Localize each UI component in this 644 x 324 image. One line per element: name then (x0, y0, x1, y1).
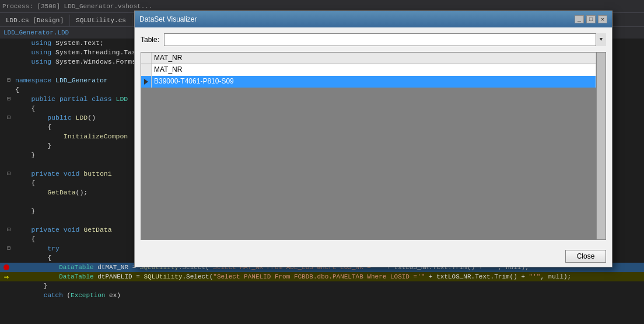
code-line: ⊟ private void GetData (0, 225, 137, 235)
code-line: ⊟ private void button1 (0, 169, 137, 179)
code-line: using System.Windows.Forms; (0, 57, 137, 67)
breadcrumb-item: LDD_Generator.LDD (4, 29, 69, 36)
code-line (0, 216, 137, 225)
highlighted-code-line-2: ⇒ DataTable dtPANELID = SQLUtility.Selec… (0, 272, 644, 281)
table-row-selected[interactable]: B39000-T4061-P810-S09 (141, 76, 596, 88)
table-empty-area (141, 88, 596, 239)
code-line: ⊟ namespace LDD_Generator (0, 76, 137, 85)
table-scrollbar[interactable] (596, 53, 606, 239)
table-area: MAT_NR MAT_NR B39000-T4061-P810-S09 (141, 52, 606, 240)
code-line (0, 160, 137, 169)
table-cell-mat-nr: MAT_NR (152, 64, 596, 76)
table-content: MAT_NR MAT_NR B39000-T4061-P810-S09 (141, 53, 596, 239)
code-line: } (0, 151, 137, 160)
code-line: } (0, 207, 137, 216)
table-header-row: MAT_NR (141, 53, 596, 64)
arrow-indicator: ⇒ (0, 272, 13, 282)
table-label: Table: (141, 36, 159, 44)
close-dialog-button[interactable]: ✕ (598, 15, 607, 23)
minimize-button[interactable]: _ (575, 15, 584, 23)
code-line: using System.Threading.Tasks; (0, 48, 137, 57)
header-selector (141, 53, 152, 64)
code-line: { (0, 253, 137, 263)
code-line: { (0, 235, 137, 244)
code-line: } (0, 141, 137, 151)
code-line: { (0, 123, 137, 132)
code-line: GetData (); (0, 188, 137, 197)
dialog-content: Table: ▼ MAT_NR (135, 27, 612, 246)
code-line: } (0, 281, 644, 291)
code-text: DataTable dtPANELID = SQLUtility.Select(… (13, 273, 571, 280)
code-line: ⊟ try (0, 244, 137, 253)
code-line: InitializeCompon (0, 132, 137, 141)
code-line: { (0, 104, 137, 113)
code-line (0, 67, 137, 76)
restore-button[interactable]: □ (586, 15, 596, 23)
code-line-catch: catch (Exception ex) (0, 291, 644, 300)
tab-ldd-design[interactable]: LDD.cs [Design] (0, 15, 70, 26)
table-selector-row: Table: ▼ (141, 33, 606, 46)
code-line: ⊟ public partial class LDD (0, 95, 137, 104)
code-line: { (0, 179, 137, 188)
code-line: ⊟ public LDD () (0, 113, 137, 123)
column-header-mat-nr: MAT_NR (152, 53, 596, 64)
dialog-titlebar: DataSet Visualizer _ □ ✕ (135, 11, 612, 27)
selected-row-indicator (144, 79, 148, 85)
collapse-gutter: ⊟ (2, 95, 15, 104)
ide-background: Process: [3508] LDD_Generator.vshost... … (0, 0, 644, 324)
tab-sqlutility[interactable]: SQLUtility.cs (70, 15, 132, 26)
code-line: { (0, 85, 137, 95)
table-row[interactable]: MAT_NR (141, 64, 596, 76)
close-button[interactable]: Close (565, 250, 606, 263)
bottom-code-area: DataTable dtMAT_NR = SQLUtility.Select("… (0, 263, 644, 324)
row-selector-selected (141, 76, 152, 88)
dataset-visualizer-dialog: DataSet Visualizer _ □ ✕ Table: (134, 11, 612, 267)
table-select[interactable] (164, 33, 606, 46)
row-selector (141, 64, 152, 76)
code-line: using System.Text; (0, 39, 137, 48)
dialog-title: DataSet Visualizer (139, 15, 197, 23)
collapse-gutter: ⊟ (2, 76, 15, 85)
dialog-footer: Close (135, 246, 612, 267)
process-label: Process: [3508] LDD_Generator.vshost... (2, 3, 152, 10)
dialog-controls: _ □ ✕ (575, 15, 607, 23)
breakpoint-dot (4, 264, 9, 270)
table-cell-value: B39000-T4061-P810-S09 (152, 76, 596, 88)
table-select-wrapper[interactable]: ▼ (164, 33, 606, 46)
code-line (0, 197, 137, 207)
